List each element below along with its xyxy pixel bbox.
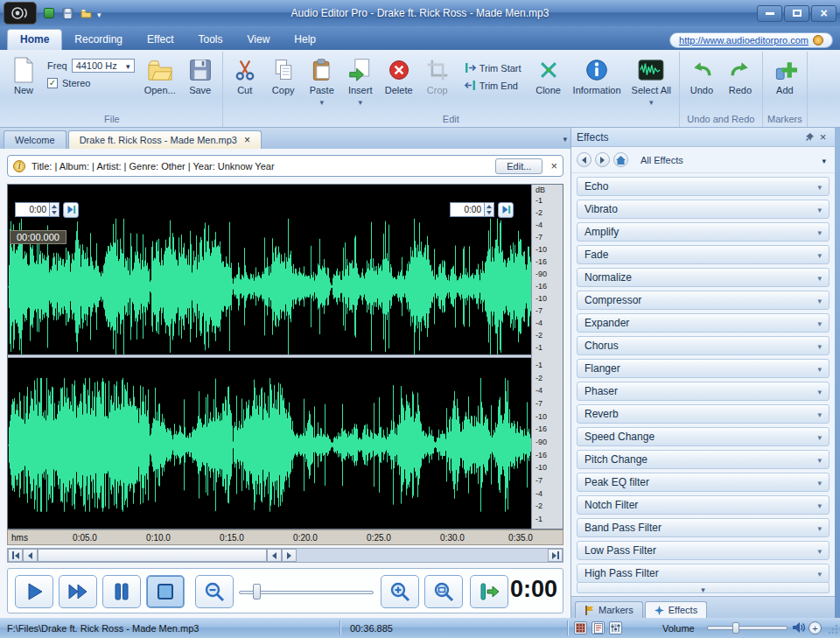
tab-effect[interactable]: Effect [135,30,186,50]
tab-list-button[interactable] [563,130,567,145]
volume-thumb[interactable] [732,622,739,634]
quick-new-button[interactable] [42,6,56,20]
tab-effects[interactable]: Effects [645,601,707,618]
waveform-channel-right[interactable] [8,358,531,525]
nav-forward-button[interactable] [595,152,610,167]
zoom-out-button[interactable] [195,575,234,608]
spinner-down-icon[interactable] [485,210,494,217]
play-all-button[interactable] [59,575,97,608]
thumb-right-arrow-button[interactable] [282,549,297,562]
effect-item-reverb[interactable]: Reverb [577,404,830,424]
trim-start-button[interactable]: Trim Start [461,60,525,75]
metadata-close-button[interactable] [550,159,557,172]
app-icon[interactable] [4,2,37,25]
nav-home-button[interactable] [613,152,628,167]
mixer-view-button[interactable] [609,621,622,634]
effect-item-chorus[interactable]: Chorus [577,336,830,355]
maximize-button[interactable] [784,5,809,22]
website-link[interactable]: http://www.audioeditorpro.com [679,35,808,46]
stereo-checkbox[interactable] [47,78,58,88]
scroll-track[interactable] [297,549,548,562]
redo-button[interactable]: Redo [722,53,759,97]
select-all-button[interactable]: Select All [627,53,676,109]
help-icon[interactable] [813,35,823,46]
spinner-up-icon[interactable] [485,203,494,210]
zoom-selection-button[interactable] [424,575,463,608]
spinner-down-icon[interactable] [50,210,59,217]
tab-markers[interactable]: Markers [575,601,643,618]
effect-item-fade[interactable]: Fade [577,245,830,264]
save-button[interactable]: Save [182,53,219,97]
effect-item-echo[interactable]: Echo [577,177,830,196]
selection-start-spinner[interactable]: 0:00 [15,202,50,217]
quick-save-button[interactable] [60,6,74,20]
panel-close-button[interactable] [816,130,830,144]
effect-item-pitch-change[interactable]: Pitch Change [577,450,830,469]
quickbar-more-button[interactable] [97,5,102,21]
nav-back-button[interactable] [577,152,592,167]
stop-button[interactable] [146,575,185,608]
play-button[interactable] [15,575,53,608]
pin-icon[interactable] [803,130,816,144]
tab-help[interactable]: Help [282,30,328,50]
spinner-up-icon[interactable] [50,203,59,210]
timeline-ruler[interactable]: hms 0:05.0 0:10.0 0:15.0 0:20.0 0:25.0 0… [7,529,564,545]
trim-end-button[interactable]: Trim End [461,78,525,93]
minimize-button[interactable] [757,5,782,22]
crop-button[interactable]: Crop [419,53,456,97]
tab-close-icon[interactable] [244,135,250,145]
insert-button[interactable]: Insert [342,53,379,109]
effect-item-peak-eq-filter[interactable]: Peak EQ filter [577,473,830,492]
volume-slider[interactable] [707,626,788,630]
tab-welcome[interactable]: Welcome [4,130,66,149]
edit-metadata-button[interactable]: Edit... [495,158,542,174]
effect-item-speed-change[interactable]: Speed Change [577,427,830,446]
thumb-left-arrow-button[interactable] [267,549,282,562]
effect-item-band-pass-filter[interactable]: Band Pass Filter [577,518,830,537]
copy-button[interactable]: Copy [265,53,302,97]
zoom-plus-button[interactable] [808,621,822,634]
cut-button[interactable]: Cut [227,53,263,97]
close-button[interactable] [811,5,836,22]
tab-document[interactable]: Drake ft. Rick Ross - Made Men.mp3 [68,130,262,149]
effect-item-low-pass-filter[interactable]: Low Pass Filter [577,541,830,560]
scroll-thumb[interactable] [38,549,267,562]
playlist-view-button[interactable] [592,621,605,634]
scroll-left-button[interactable] [23,549,38,562]
tab-view[interactable]: View [235,30,283,50]
selection-start-play-button[interactable] [63,202,79,218]
effect-item-flanger[interactable]: Flanger [577,359,830,378]
undo-button[interactable]: Undo [683,53,720,97]
zoom-in-button[interactable] [381,575,419,608]
effect-item-expander[interactable]: Expander [577,313,830,333]
scroll-home-button[interactable] [8,549,23,562]
tab-recording[interactable]: Recording [62,30,135,50]
new-button[interactable]: New [5,53,42,97]
clone-button[interactable]: Clone [530,53,567,97]
add-marker-button[interactable]: Add [766,53,803,97]
open-button[interactable]: Open... [140,53,180,97]
effect-item-phaser[interactable]: Phaser [577,382,830,401]
freq-select[interactable]: 44100 Hz [72,59,135,73]
delete-button[interactable]: Delete [381,53,417,97]
information-button[interactable]: Information [569,53,626,97]
tab-home[interactable]: Home [7,29,62,50]
files-view-button[interactable] [574,621,587,634]
effect-item-compressor[interactable]: Compressor [577,291,830,310]
resize-grip[interactable] [827,623,838,636]
effect-item-amplify[interactable]: Amplify [577,222,830,242]
pause-button[interactable] [102,575,141,608]
selection-end-spinner[interactable]: 0:00 [450,202,485,217]
effects-filter-select[interactable]: All Effects [632,155,830,165]
speaker-icon[interactable] [792,621,805,635]
quick-open-button[interactable] [79,6,93,20]
loop-button[interactable] [470,575,508,608]
seek-slider[interactable] [239,581,374,602]
effect-item-vibrato[interactable]: Vibrato [577,200,830,219]
tab-tools[interactable]: Tools [186,30,235,50]
seek-thumb[interactable] [253,584,261,599]
effect-item-normalize[interactable]: Normalize [577,268,830,287]
selection-end-play-button[interactable] [498,202,514,218]
effect-item-notch-filter[interactable]: Notch Filter [577,495,830,515]
paste-button[interactable]: Paste [304,53,340,109]
